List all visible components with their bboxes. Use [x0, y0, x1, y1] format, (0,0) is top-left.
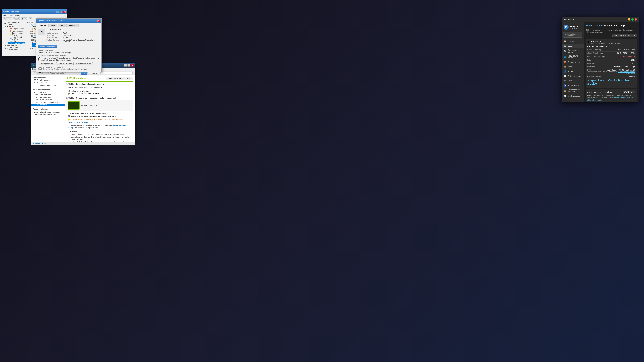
update-driver-button[interactable]: Treiber aktualisieren — [38, 45, 57, 48]
nvidia-link[interactable]: Weitere Anzeigen anzeigen — [66, 121, 133, 124]
ws-display-select-btn[interactable]: Bildschirm 1: PG32UCDP ▼ — [612, 34, 637, 37]
radio-fenster[interactable]: Fenster- und Vollbildmodus aktivieren — [68, 92, 132, 95]
radio-vollbild-label: Vollbildmodus aktivieren — [71, 90, 89, 92]
sidebar-sli[interactable]: SLI-Status ändern — [31, 81, 64, 84]
ok-button[interactable]: OK — [81, 72, 87, 75]
nvidia-close[interactable]: ✕ — [131, 64, 134, 66]
menu-ansicht[interactable]: Ansicht — [15, 14, 21, 16]
nav-konten[interactable]: 👤 Konten — [562, 69, 584, 74]
toolbar-device[interactable]: 💻 — [21, 17, 24, 20]
nvidia-maximize[interactable]: □ — [128, 64, 130, 66]
nav-system[interactable]: 💻 System — [562, 43, 584, 48]
nvidia-main-content: G-SYNC einrichten Standardwerte wiederhe… — [65, 75, 135, 141]
radio-vollbild[interactable]: Vollbildmodus aktivieren — [68, 89, 132, 92]
sidebar-videofarbe[interactable]: Video-Farbeinstellungen anpassen — [31, 111, 64, 113]
ws-user-info: Michael Weber weber@live.de — [570, 25, 582, 29]
sidebar-gsync[interactable]: G-Sync einrichten — [31, 104, 64, 106]
ws-minimize[interactable] — [628, 18, 630, 21]
tree-item-leistung[interactable]: 📊Leistung — [8, 40, 26, 42]
ws-display-selector: Bildschirm 1: PG32UCDP ▼ — [586, 34, 637, 37]
breadcrumb-system[interactable]: System — [586, 24, 592, 26]
sidebar-anzeige-drehen[interactable]: Anzeige drehen — [31, 91, 64, 93]
nav-netzwerk[interactable]: 🌐 Netzwerk und Internet — [562, 54, 584, 60]
sidebar-audio[interactable]: Digitale Audio-einrichten — [31, 99, 64, 101]
nvidia-minimize[interactable]: ─ — [124, 64, 127, 66]
menu-datei-nvidia[interactable]: Datei — [32, 68, 36, 70]
tab-treiber[interactable]: Treiber — [48, 24, 57, 27]
tree-item-ereignis[interactable]: 📋Ereignisanzeige — [8, 30, 26, 32]
tree-item-aufgaben[interactable]: 📅Aufgabenplanung — [8, 28, 26, 30]
nav-barrierefreiheit[interactable]: ♿ Barrierefreiheit — [562, 83, 584, 88]
ws-refresh-select[interactable]: 240,02 Hz ▼ — [623, 90, 636, 93]
nav-spielen[interactable]: 🎮 Spielen — [562, 78, 584, 83]
nvidia-reset-btn[interactable]: Standardwerte wiederherstellen — [106, 77, 133, 80]
cancel-button[interactable]: Abbrechen — [88, 72, 100, 75]
tree-item-freigabe[interactable]: 📁Freigegebene Ordner — [8, 32, 26, 36]
sidebar-hdcp[interactable]: HDCP-Status anzeigen — [31, 96, 64, 99]
toolbar-up[interactable]: ↑ — [9, 17, 12, 20]
tree-item-daten[interactable]: ▶💾Datenspeicher — [5, 44, 26, 47]
menu-help[interactable]: ? — [23, 14, 24, 16]
ws-maximize[interactable] — [631, 18, 634, 21]
apps-icon: 📦 — [564, 65, 566, 68]
menu-datei[interactable]: Datei — [2, 14, 6, 16]
sidebar-fxaa[interactable]: FXAA-Status anzeigen — [31, 93, 64, 96]
breadcrumb-bildschirm[interactable]: Bildschirm — [594, 24, 602, 26]
nvidia-description: Um diesen Monitor zu aktivieren, legen S… — [66, 124, 133, 130]
device-fields: Treiberanbieter: ASUS Treiberdatum: 08.0… — [46, 32, 100, 43]
toolbar-refresh[interactable]: ↻ — [12, 17, 16, 20]
nav-datenschutz[interactable]: 🔒 Datenschutz und Sicherheit — [562, 88, 584, 93]
toolbar-delete[interactable]: ✕ — [29, 17, 32, 20]
nvidia-content-title: G-SYNC einrichten — [66, 77, 86, 80]
tree-item-root[interactable]: ▶ 💻 Computerverwaltung (Lokal) — [2, 21, 26, 25]
tree-item-system[interactable]: ▶ ⚙ System — [5, 25, 26, 28]
gerät-deinstallieren-btn[interactable]: Gerät deinstallieren — [75, 62, 93, 65]
display-info-chevron[interactable]: ∧ — [634, 41, 635, 43]
nav-bluetooth[interactable]: 📡 Bluetooth und Geräte — [562, 48, 584, 54]
nvidia-monitor-area: Monitor Anzeige Computer Di... Anzeige C… — [66, 100, 133, 111]
statusbar-link[interactable]: SystemVerwaltung — [32, 142, 46, 144]
hdr-info-link[interactable]: Weitere Informationen zur HDR-Zertifizie… — [618, 71, 635, 74]
menu-aktion[interactable]: Aktion — [8, 14, 13, 16]
toolbar-props[interactable]: 🔧 — [18, 17, 20, 20]
toolbar-back[interactable]: ◄ — [2, 17, 6, 20]
close-button[interactable]: ✕ — [63, 10, 66, 13]
minimize-button[interactable]: ─ — [56, 10, 59, 13]
nvidia-desc-link[interactable]: Weitere Anzeigen anzeigen — [68, 125, 126, 129]
nav-zeit[interactable]: 🕐 Zeit und Sprache — [562, 74, 584, 78]
nvidia-settings-checkbox[interactable]: ✓ Einstellungen für den ausgewählten Anz… — [66, 115, 133, 118]
ws-refresh-section: Aktualisierungsrate auswählen 240,02 Hz … — [586, 89, 637, 102]
toolbar-forward[interactable]: ► — [6, 17, 9, 20]
device-info: ASUS PG32UCDP Treiberanbieter: ASUS Trei… — [46, 29, 100, 43]
nav-apps[interactable]: 📦 Apps — [562, 64, 584, 69]
gerät-deaktivieren-btn[interactable]: Gerät deaktivieren — [56, 62, 74, 65]
tree-item-lokale[interactable]: 👥Lokale Benutzer und Gru... — [8, 36, 26, 40]
nav-personalisierung[interactable]: 🎨 Personalisierung — [562, 60, 584, 64]
nav-windows-update[interactable]: 🔄 Windows Update — [562, 93, 584, 98]
nav-startseite[interactable]: 🏠 Startseite — [562, 39, 584, 43]
windows-settings-panel: Einstellungen M Michael Weber weber@live… — [562, 17, 639, 102]
tree-item-geraete[interactable]: 🔧Geräte-Manager — [8, 42, 26, 44]
sidebar-surround[interactable]: Surround/PhysX konfigurieren — [31, 84, 64, 86]
tab-ereignisse[interactable]: Ereignisse — [67, 24, 78, 27]
vorheriger-treiber-btn[interactable]: Vorheriger Treiber — [38, 62, 55, 65]
tab-allgemein[interactable]: Allgemein — [37, 24, 48, 27]
section-3d: 3D-Einstellungen — [31, 76, 64, 79]
ws-close[interactable] — [634, 18, 637, 21]
sidebar-position[interactable]: Desktopfarbe und -Position anpassen — [31, 101, 64, 104]
tree-item-dienste[interactable]: ▶⚙Dienste und Anwendungen — [5, 47, 26, 51]
gaming-icon: 🎮 — [564, 79, 566, 82]
sidebar-3d-verwalten[interactable]: 3D-Einstellungen verwalten — [31, 79, 64, 81]
system-icon: 💻 — [564, 45, 566, 47]
toolbar-scan[interactable]: 🔍 — [24, 17, 27, 20]
time-icon: 🕐 — [564, 75, 566, 77]
search-icon: 🔍 — [565, 34, 567, 36]
close-props-button[interactable]: ✕ — [98, 20, 100, 22]
radio-fenster-label: Fenster- und Vollbildmodus aktivieren — [71, 93, 99, 95]
adapter-link[interactable]: Adaptereigenschaften für Bildschirm 1 an… — [587, 79, 632, 85]
tab-details[interactable]: Details — [58, 24, 66, 27]
ws-search-box[interactable]: 🔍 Einstellung suchen — [563, 32, 582, 37]
maximize-button[interactable]: □ — [60, 10, 62, 13]
refresh-desc-link[interactable]: Weitere Informationen zur Aktualisierung… — [587, 97, 633, 101]
sidebar-videobild[interactable]: Videobildeinstellungen anpassen — [31, 113, 64, 116]
